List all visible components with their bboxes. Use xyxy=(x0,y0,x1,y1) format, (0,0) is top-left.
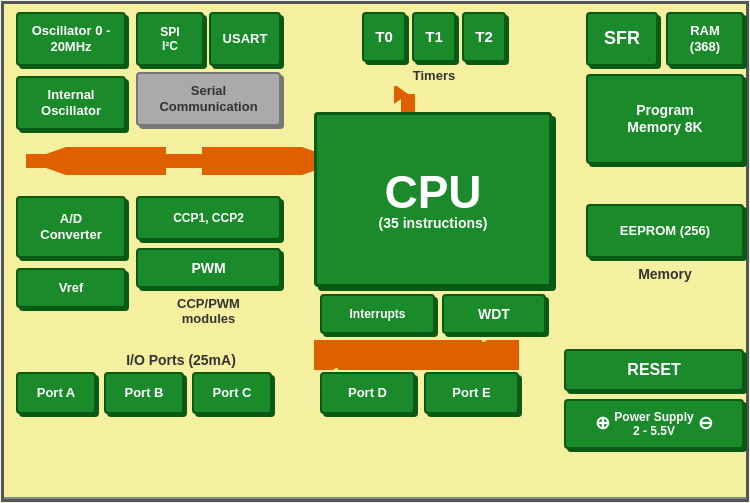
power-supply-block: ⊕ Power Supply2 - 5.5V ⊖ xyxy=(564,399,744,449)
wdt-block: WDT xyxy=(442,294,546,334)
ccp-pwm-label: CCP/PWMmodules xyxy=(136,296,281,326)
usart-block: USART xyxy=(209,12,281,66)
pwm-block: PWM xyxy=(136,248,281,288)
t0-block: T0 xyxy=(362,12,406,62)
power-label: Power Supply2 - 5.5V xyxy=(614,410,693,439)
vref-block: Vref xyxy=(16,268,126,308)
port-e-block: Port E xyxy=(424,372,519,414)
io-arrows-bottom xyxy=(314,340,519,370)
sfr-block: SFR xyxy=(586,12,658,66)
interrupts-block: Interrupts xyxy=(320,294,435,334)
cpu-sub: (35 instructions) xyxy=(379,215,488,231)
port-d-block: Port D xyxy=(320,372,415,414)
memory-label: Memory xyxy=(586,266,744,282)
main-board: Oscillator 0 - 20MHz Internal Oscillator… xyxy=(1,1,749,502)
ccp1-ccp2-block: CCP1, CCP2 xyxy=(136,196,281,240)
plus-icon: ⊕ xyxy=(595,413,610,435)
reset-block: RESET xyxy=(564,349,744,391)
port-b-block: Port B xyxy=(104,372,184,414)
io-ports-label: I/O Ports (25mA) xyxy=(16,352,346,368)
serial-comm-block: SerialCommunication xyxy=(136,72,281,126)
spi-i2c-block: SPII²C xyxy=(136,12,204,66)
cpu-block: CPU (35 instructions) xyxy=(314,112,552,287)
port-c-block: Port C xyxy=(192,372,272,414)
t2-block: T2 xyxy=(462,12,506,62)
program-memory-block: ProgramMemory 8K xyxy=(586,74,744,164)
ad-converter-block: A/DConverter xyxy=(16,196,126,258)
ram-block: RAM(368) xyxy=(666,12,744,66)
bus-arrow-left xyxy=(14,147,354,175)
timers-label: Timers xyxy=(362,68,506,83)
port-a-block: Port A xyxy=(16,372,96,414)
cpu-title: CPU xyxy=(384,169,481,215)
eeprom-block: EEPROM (256) xyxy=(586,204,744,258)
oscillator-block: Oscillator 0 - 20MHz xyxy=(16,12,126,66)
internal-oscillator-block: Internal Oscillator xyxy=(16,76,126,130)
t1-block: T1 xyxy=(412,12,456,62)
minus-icon: ⊖ xyxy=(698,413,713,435)
